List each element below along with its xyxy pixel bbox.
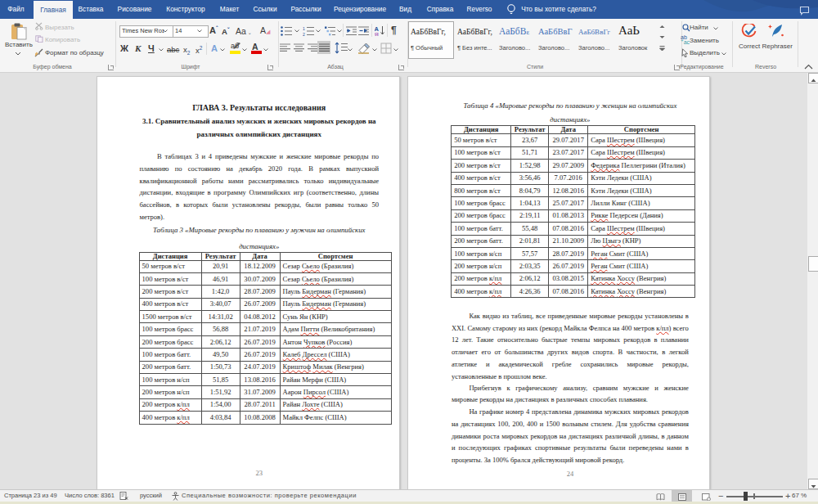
svg-text:Я: Я xyxy=(375,31,379,37)
svg-text:2: 2 xyxy=(303,32,305,36)
svg-text:1: 1 xyxy=(303,26,305,31)
